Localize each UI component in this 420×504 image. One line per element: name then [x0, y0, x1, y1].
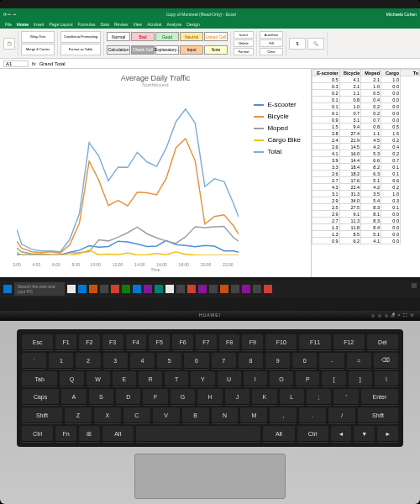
taskview-icon[interactable] [67, 285, 76, 293]
key-/[interactable]: / [328, 407, 355, 423]
key-C[interactable]: C [123, 407, 150, 423]
mail-icon[interactable] [100, 285, 108, 293]
tab-pagelayout[interactable]: Page Layout [49, 22, 72, 27]
key-][interactable]: ] [349, 371, 372, 387]
key-Enter[interactable]: Enter [361, 389, 398, 405]
tab-file[interactable]: File [5, 22, 12, 27]
formatastable-button[interactable]: Format as Table [60, 44, 101, 55]
tray-icon[interactable] [412, 283, 417, 288]
key-9[interactable]: 9 [265, 353, 290, 369]
key-B[interactable]: B [182, 407, 209, 423]
key-2[interactable]: 2 [76, 353, 100, 369]
titlebar[interactable]: ⟳ ⤺ ⤻ Copy of Montreal (Read-Only) - Exc… [0, 8, 420, 20]
cellstyle-note[interactable]: Note [204, 45, 228, 55]
cellstyle-exp[interactable]: Explanatory... [155, 45, 179, 55]
key-W[interactable]: W [87, 371, 110, 387]
key-3[interactable]: 3 [103, 353, 128, 369]
key-4[interactable]: 4 [130, 353, 155, 369]
key-I[interactable]: I [244, 371, 267, 387]
app-icon-j[interactable] [264, 285, 272, 293]
key-`[interactable]: ` [22, 353, 46, 369]
format-button[interactable]: Format [234, 48, 254, 55]
key-K[interactable]: K [252, 389, 276, 405]
key-5[interactable]: 5 [157, 353, 181, 369]
key-Y[interactable]: Y [191, 371, 214, 387]
autosum-button[interactable]: AutoSum [260, 31, 283, 39]
merge-button[interactable]: Merge & Center [21, 44, 55, 55]
key-[[interactable]: [ [322, 371, 345, 387]
key-P[interactable]: P [296, 371, 319, 387]
formula-value[interactable]: Grand Total [39, 61, 66, 66]
cellstyle-bad[interactable]: Bad [131, 32, 155, 41]
name-box[interactable]: A1 [3, 60, 29, 67]
cellstyle-good[interactable]: Good [155, 32, 179, 41]
start-button[interactable] [3, 285, 12, 293]
key-Fn[interactable]: Fn [55, 426, 76, 442]
key-F11[interactable]: F11 [299, 334, 330, 350]
paste-button[interactable]: 📋 [3, 38, 15, 50]
chart[interactable]: Average Daily Traffic Northbound E-scoot… [5, 74, 306, 272]
key-Alt[interactable]: Alt [263, 426, 294, 442]
delete-button[interactable]: Delete [234, 39, 254, 47]
key-M[interactable]: M [240, 407, 267, 423]
cellstyle-neutral[interactable]: Neutral [180, 32, 203, 41]
key-7[interactable]: 7 [212, 353, 236, 369]
key-'[interactable]: ' [333, 389, 358, 405]
key-F2[interactable]: F2 [79, 334, 100, 350]
app-icon-d[interactable] [198, 285, 207, 293]
key-N[interactable]: N [212, 407, 239, 423]
key-T[interactable]: T [165, 371, 188, 387]
key-►[interactable]: ► [377, 426, 398, 442]
key-X[interactable]: X [94, 407, 121, 423]
app-icon-a[interactable] [165, 285, 174, 293]
key-Caps[interactable]: Caps [22, 389, 59, 405]
key-G[interactable]: G [171, 389, 195, 405]
tab-review[interactable]: Review [114, 22, 128, 27]
key-Tab[interactable]: Tab [22, 371, 57, 387]
key-S[interactable]: S [89, 389, 113, 405]
key-▼[interactable]: ▼ [354, 426, 375, 442]
key-Z[interactable]: Z [65, 407, 92, 423]
key-8[interactable]: 8 [239, 353, 263, 369]
key-Ctrl[interactable]: Ctrl [297, 426, 328, 442]
sort-button[interactable]: ⇅ [289, 38, 306, 50]
app-icon-i[interactable] [253, 285, 261, 293]
app-icon-c[interactable] [187, 285, 196, 293]
key-⌫[interactable]: ⌫ [374, 353, 398, 369]
key-Q[interactable]: Q [60, 371, 83, 387]
key-F12[interactable]: F12 [333, 334, 365, 350]
key-F1[interactable]: F1 [55, 334, 76, 350]
key-space[interactable] [136, 426, 261, 442]
key-Alt[interactable]: Alt [102, 426, 134, 442]
key-0[interactable]: 0 [292, 353, 317, 369]
conditional-button[interactable]: Conditional Formatting [60, 31, 101, 43]
key-1[interactable]: 1 [49, 353, 73, 369]
onenote-icon[interactable] [144, 285, 152, 293]
tab-home[interactable]: Home [17, 22, 29, 27]
key-F6[interactable]: F6 [172, 334, 193, 350]
key-F3[interactable]: F3 [102, 334, 123, 350]
key-⊞[interactable]: ⊞ [79, 426, 100, 442]
app-icon-f[interactable] [220, 285, 228, 293]
cellstyle-normal[interactable]: Normal [107, 32, 130, 41]
key-A[interactable]: A [61, 389, 86, 405]
key-H[interactable]: H [197, 389, 222, 405]
key-.[interactable]: . [299, 407, 326, 423]
key-◄[interactable]: ◄ [331, 426, 352, 442]
edge-icon[interactable] [78, 285, 87, 293]
key-R[interactable]: R [139, 371, 162, 387]
key-J[interactable]: J [225, 389, 249, 405]
tab-insert[interactable]: Insert [34, 22, 45, 27]
key-\[interactable]: \ [375, 371, 398, 387]
key-Esc[interactable]: Esc [22, 334, 53, 350]
key-V[interactable]: V [153, 407, 180, 423]
key-E[interactable]: E [113, 371, 136, 387]
wraptext-button[interactable]: Wrap Text [21, 31, 55, 43]
key-F9[interactable]: F9 [242, 334, 263, 350]
word-icon[interactable] [133, 285, 141, 293]
key-;[interactable]: ; [307, 389, 331, 405]
powerpoint-icon[interactable] [111, 285, 119, 293]
app-icon-b[interactable] [176, 285, 185, 293]
tab-data[interactable]: Data [100, 22, 109, 27]
key-F4[interactable]: F4 [126, 334, 147, 350]
